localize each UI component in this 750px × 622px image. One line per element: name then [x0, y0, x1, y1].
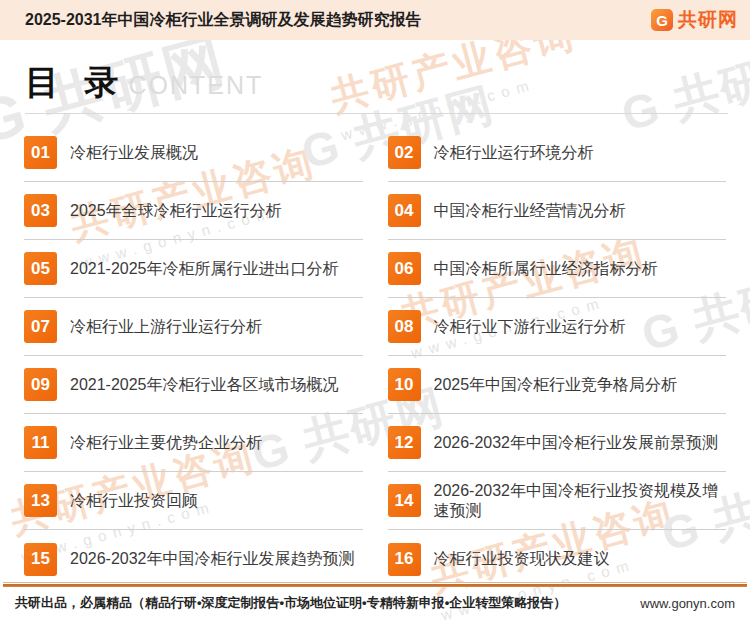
toc-title-en: CONTENT — [128, 71, 263, 100]
toc-item-label: 冷柜行业运行环境分析 — [434, 143, 594, 163]
toc-item-label: 冷柜行业发展概况 — [70, 143, 198, 163]
footer-text-row: 共研出品，必属精品（精品行研•深度定制报告•市场地位证明•专精特新申报•企业转型… — [0, 587, 750, 622]
toc-item-label: 2025年中国冷柜行业竞争格局分析 — [434, 375, 678, 395]
toc-item-14[interactable]: 14 2026-2032年中国冷柜行业投资规模及增速预测 — [388, 472, 727, 530]
toc-item-09[interactable]: 09 2021-2025年冷柜行业各区域市场概况 — [24, 356, 363, 414]
toc-item-05[interactable]: 05 2021-2025年冷柜所属行业进出口分析 — [24, 240, 363, 298]
toc-item-number-badge: 09 — [24, 368, 57, 401]
toc-item-15[interactable]: 15 2026-2032年中国冷柜行业发展趋势预测 — [24, 530, 363, 588]
toc-item-number-badge: 14 — [388, 484, 421, 517]
footer-url[interactable]: www.gonyn.com — [640, 596, 735, 611]
toc-item-11[interactable]: 11 冷柜行业主要优势企业分析 — [24, 414, 363, 472]
page-header: 2025-2031年中国冷柜行业全景调研及发展趋势研究报告 G 共研网 — [0, 0, 750, 40]
toc-item-08[interactable]: 08 冷柜行业下游行业运行分析 — [388, 298, 727, 356]
toc-item-label: 冷柜行业投资现状及建议 — [434, 549, 610, 569]
toc-item-number-badge: 10 — [388, 368, 421, 401]
report-title: 2025-2031年中国冷柜行业全景调研及发展趋势研究报告 — [25, 10, 422, 31]
toc-item-label: 2021-2025年冷柜所属行业进出口分析 — [70, 259, 339, 279]
toc-item-10[interactable]: 10 2025年中国冷柜行业竞争格局分析 — [388, 356, 727, 414]
toc-item-02[interactable]: 02 冷柜行业运行环境分析 — [388, 124, 727, 182]
report-toc-page: 共研产业咨询 www.gonyn.com 共研产业咨询 www.gonyn.co… — [0, 0, 750, 622]
toc-item-number-badge: 05 — [24, 252, 57, 285]
toc-heading: 目 录 CONTENT — [0, 40, 750, 106]
toc-item-label: 冷柜行业主要优势企业分析 — [70, 433, 262, 453]
toc-item-label: 中国冷柜行业经营情况分析 — [434, 201, 626, 221]
toc-item-label: 2026-2032年中国冷柜行业发展趋势预测 — [70, 549, 355, 569]
toc-item-number-badge: 07 — [24, 310, 57, 343]
toc-item-07[interactable]: 07 冷柜行业上游行业运行分析 — [24, 298, 363, 356]
footer-slogan: 共研出品，必属精品（精品行研•深度定制报告•市场地位证明•专精特新申报•企业转型… — [15, 594, 566, 612]
toc-item-03[interactable]: 03 2025年全球冷柜行业运行分析 — [24, 182, 363, 240]
toc-item-label: 2025年全球冷柜行业运行分析 — [70, 201, 282, 221]
gonyn-logo[interactable]: G 共研网 — [651, 7, 738, 33]
toc-item-label: 冷柜行业下游行业运行分析 — [434, 317, 626, 337]
logo-text: 共研网 — [678, 7, 738, 33]
toc-item-label: 2026-2032年中国冷柜行业投资规模及增速预测 — [434, 481, 727, 521]
toc-item-01[interactable]: 01 冷柜行业发展概况 — [24, 124, 363, 182]
toc-item-number-badge: 13 — [24, 484, 57, 517]
toc-grid: 01 冷柜行业发展概况 02 冷柜行业运行环境分析 03 2025年全球冷柜行业… — [24, 124, 726, 588]
toc-item-number-badge: 11 — [24, 426, 57, 459]
toc-item-number-badge: 03 — [24, 194, 57, 227]
toc-item-13[interactable]: 13 冷柜行业投资回顾 — [24, 472, 363, 530]
toc-item-number-badge: 02 — [388, 136, 421, 169]
logo-g-icon: G — [651, 9, 673, 31]
toc-title-cn: 目 录 — [25, 60, 126, 106]
toc-item-number-badge: 04 — [388, 194, 421, 227]
toc-item-06[interactable]: 06 中国冷柜所属行业经济指标分析 — [388, 240, 727, 298]
toc-item-number-badge: 16 — [388, 543, 421, 576]
toc-content: 目 录 CONTENT 01 冷柜行业发展概况 02 冷柜行业运行环境分析 03… — [0, 40, 750, 588]
page-footer: 共研出品，必属精品（精品行研•深度定制报告•市场地位证明•专精特新申报•企业转型… — [0, 582, 750, 622]
toc-item-number-badge: 01 — [24, 136, 57, 169]
toc-item-label: 2021-2025年冷柜行业各区域市场概况 — [70, 375, 339, 395]
toc-item-04[interactable]: 04 中国冷柜行业经营情况分析 — [388, 182, 727, 240]
toc-item-label: 冷柜行业投资回顾 — [70, 491, 198, 511]
toc-item-12[interactable]: 12 2026-2032年中国冷柜行业发展前景预测 — [388, 414, 727, 472]
toc-item-number-badge: 08 — [388, 310, 421, 343]
toc-item-16[interactable]: 16 冷柜行业投资现状及建议 — [388, 530, 727, 588]
toc-item-label: 2026-2032年中国冷柜行业发展前景预测 — [434, 433, 719, 453]
toc-item-label: 冷柜行业上游行业运行分析 — [70, 317, 262, 337]
toc-item-label: 中国冷柜所属行业经济指标分析 — [434, 259, 658, 279]
toc-divider — [25, 113, 728, 114]
toc-item-number-badge: 12 — [388, 426, 421, 459]
toc-item-number-badge: 15 — [24, 543, 57, 576]
toc-item-number-badge: 06 — [388, 252, 421, 285]
